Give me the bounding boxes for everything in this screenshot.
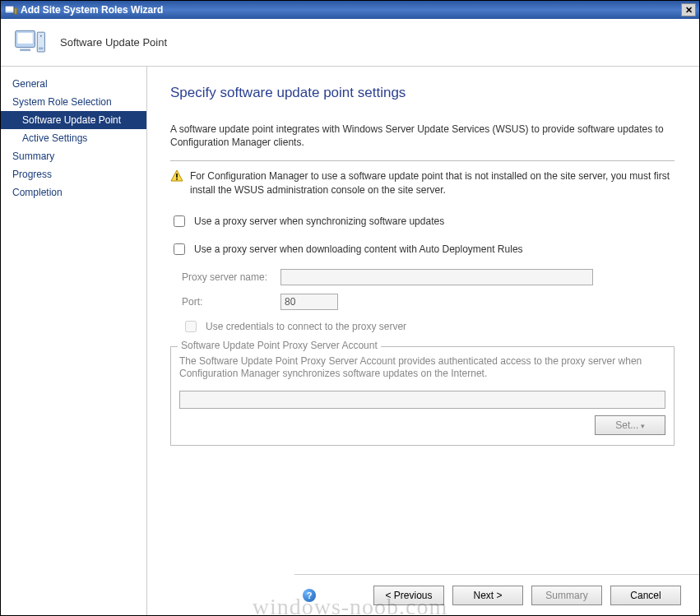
proxy-port-label: Port: (182, 296, 280, 308)
computer-icon (12, 25, 49, 61)
proxy-port-input (280, 294, 338, 310)
svg-rect-4 (17, 33, 32, 44)
cancel-button[interactable]: Cancel (610, 586, 681, 605)
wizard-app-icon (4, 3, 17, 16)
nav-item-active-settings[interactable]: Active Settings (1, 129, 146, 147)
svg-rect-5 (20, 49, 30, 51)
warning-icon (170, 169, 183, 183)
svg-rect-1 (6, 7, 13, 11)
nav-item-completion[interactable]: Completion (1, 183, 146, 201)
help-button[interactable]: ? (303, 589, 316, 602)
nav-item-summary[interactable]: Summary (1, 147, 146, 165)
proxy-account-input (179, 391, 665, 409)
wizard-footer: ? < Previous Next > Summary Cancel (294, 574, 699, 615)
nav-item-system-role-selection[interactable]: System Role Selection (1, 93, 146, 111)
proxy-credentials-checkbox (185, 321, 197, 332)
nav-item-general[interactable]: General (1, 75, 146, 93)
svg-rect-10 (176, 174, 178, 178)
proxy-account-legend: Software Update Point Proxy Server Accou… (178, 340, 381, 351)
proxy-sync-label: Use a proxy server when synchronizing so… (194, 215, 444, 227)
svg-rect-11 (176, 178, 178, 180)
help-icon: ? (303, 589, 316, 602)
warning-row: For Configuration Manager to use a softw… (170, 169, 675, 196)
proxy-sync-checkbox[interactable] (174, 215, 185, 227)
page-description: A software update point integrates with … (170, 123, 675, 149)
divider (170, 160, 675, 161)
proxy-account-groupbox: Software Update Point Proxy Server Accou… (170, 346, 675, 446)
page-heading: Specify software update point settings (170, 85, 675, 101)
warning-text: For Configuration Manager to use a softw… (190, 169, 675, 196)
set-account-button: Set... (595, 415, 665, 435)
wizard-header: Software Update Point (1, 19, 699, 67)
window-title: Add Site System Roles Wizard (21, 4, 163, 16)
nav-item-software-update-point[interactable]: Software Update Point (1, 111, 146, 129)
svg-point-7 (40, 35, 42, 36)
window-close-button[interactable]: ✕ (681, 3, 696, 16)
summary-button: Summary (531, 586, 602, 605)
next-button[interactable]: Next > (452, 586, 523, 605)
proxy-account-description: The Software Update Point Proxy Server A… (179, 355, 665, 381)
proxy-credentials-label: Use credentials to connect to the proxy … (206, 321, 406, 332)
wizard-nav-sidebar: GeneralSystem Role SelectionSoftware Upd… (1, 67, 147, 615)
wizard-content: Specify software update point settings A… (147, 67, 699, 615)
titlebar: Add Site System Roles Wizard ✕ (1, 1, 699, 19)
svg-rect-8 (39, 47, 44, 49)
previous-button[interactable]: < Previous (373, 586, 444, 605)
proxy-download-label: Use a proxy server when downloading cont… (194, 243, 523, 255)
nav-item-progress[interactable]: Progress (1, 165, 146, 183)
proxy-download-checkbox[interactable] (174, 243, 185, 255)
proxy-name-input (280, 269, 593, 285)
header-title: Software Update Point (60, 36, 167, 49)
svg-rect-2 (15, 8, 16, 14)
proxy-name-label: Proxy server name: (182, 271, 280, 283)
